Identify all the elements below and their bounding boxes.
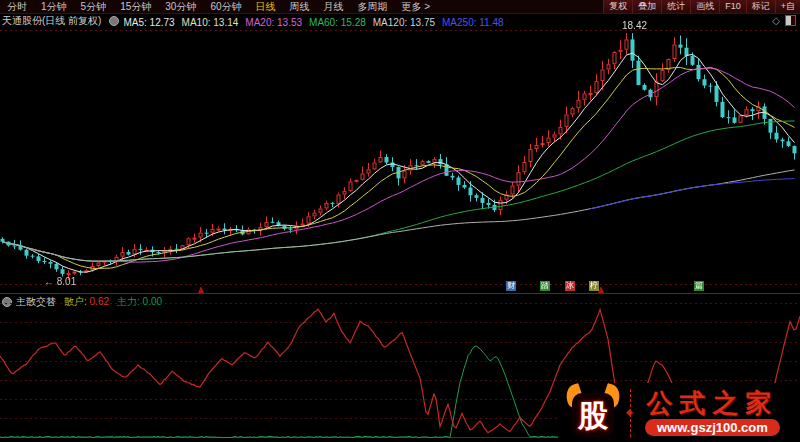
signal-badge-0: 财 <box>506 281 516 291</box>
diamond-icon[interactable]: ◇ <box>772 15 780 26</box>
toolbar-button-5[interactable]: 标记 <box>746 0 775 13</box>
toolbar-button-6[interactable]: +自 <box>775 0 800 13</box>
buy-signal-marker-0 <box>198 286 204 293</box>
stock-title: 天通股份(日线 前复权) <box>0 14 105 28</box>
toolbar-button-4[interactable]: F10 <box>719 0 746 13</box>
toolbar-button-2[interactable]: 统计 <box>661 0 690 13</box>
right-toolbar: 复权叠加统计画线F10标记+自 <box>603 0 800 13</box>
logo-diamond-icon: ◆ <box>626 407 633 417</box>
toolbar-button-1[interactable]: 叠加 <box>632 0 661 13</box>
ma-value-4: MA120: 13.75 <box>373 17 435 28</box>
ma-value-1: MA10: 13.14 <box>182 17 239 28</box>
toolbar-button-3[interactable]: 画线 <box>690 0 719 13</box>
period-tab-2[interactable]: 5分钟 <box>74 0 114 13</box>
buy-signal-marker-1 <box>598 286 604 293</box>
low-price-label: ← 8.01 <box>44 276 76 287</box>
indicator-info-bar: 天通股份(日线 前复权) MA5: 12.73MA10: 13.14MA20: … <box>0 14 800 27</box>
site-watermark: 股 ◆ 公式之家 www.gszj100.com <box>558 383 800 442</box>
logo-title: 公式之家 <box>646 389 778 417</box>
signal-badge-4: 篇 <box>694 281 704 291</box>
stock-app-window: 分时1分钟5分钟15分钟30分钟60分钟日线周线月线多周期更多 >复权叠加统计画… <box>0 0 800 442</box>
bull-logo-icon: 股 <box>562 385 624 441</box>
toolbar-button-0[interactable]: 复权 <box>603 0 632 13</box>
signal-badge-2: 冰 <box>565 281 575 291</box>
logo-url: www.gszj100.com <box>645 419 780 436</box>
panel-toggle-icon[interactable] <box>785 15 796 26</box>
period-tab-0[interactable]: 分时 <box>0 0 34 13</box>
logo-symbol: 股 <box>572 393 614 437</box>
ma-value-5: MA250: 11.48 <box>442 17 504 28</box>
main-chart-canvas[interactable] <box>0 27 800 293</box>
ma-value-0: MA5: 12.73 <box>123 17 174 28</box>
ma-value-2: MA20: 13.53 <box>245 17 302 28</box>
ma-value-3: MA60: 15.28 <box>309 17 366 28</box>
signal-badge-1: 踏 <box>540 281 550 291</box>
indicator-settings-icon[interactable] <box>109 16 119 26</box>
high-price-label: 18.42 <box>622 20 647 31</box>
logo-divider: ◆ <box>630 389 643 437</box>
period-tab-1[interactable]: 1分钟 <box>34 0 74 13</box>
